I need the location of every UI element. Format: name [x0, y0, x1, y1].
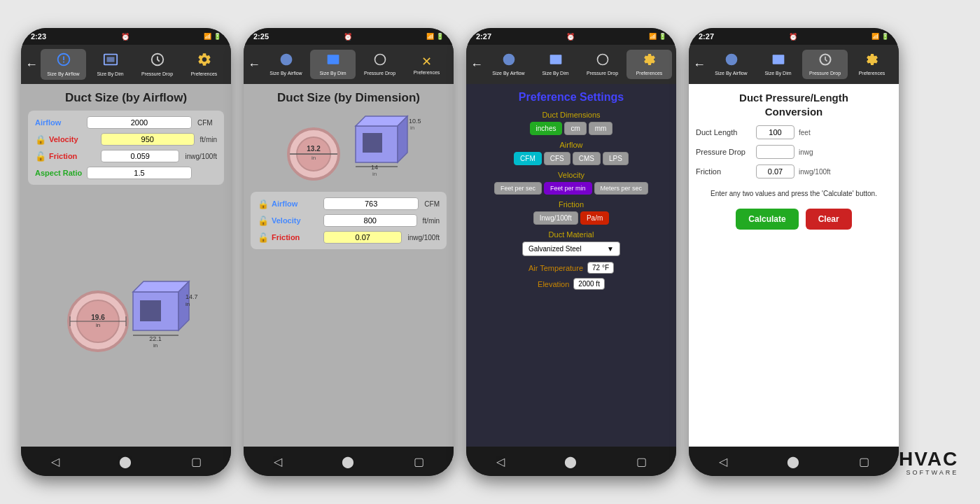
btn-inwg[interactable]: Inwg/100ft: [533, 211, 578, 225]
recent-btn-1[interactable]: ▢: [191, 455, 202, 468]
svg-text:in: in: [312, 155, 316, 161]
battery-icon-4: 🔋: [881, 33, 889, 40]
tab-airflow-1[interactable]: Size By Airflow: [41, 49, 86, 80]
dim-icon-4: [771, 52, 785, 70]
screen-title-2: Duct Size (by Dimension): [251, 91, 447, 105]
btn-pam[interactable]: Pa/m: [580, 211, 609, 225]
duct-material-value: Galvanized Steel: [528, 245, 582, 253]
back-arrow-3[interactable]: ←: [470, 57, 483, 72]
pref-airflow-btns: CFM CFS CMS LPS: [472, 152, 671, 165]
tab-airflow-4[interactable]: Size By Airflow: [708, 50, 754, 79]
home-btn-4[interactable]: ⬤: [787, 455, 799, 468]
pref-duct-dim-btns: inches cm mm: [472, 122, 671, 135]
tab-airflow-3[interactable]: Size By Airflow: [486, 50, 531, 79]
input-airflow-2[interactable]: [323, 197, 419, 210]
tab-label-pressure-1: Pressure Drop: [141, 71, 173, 77]
svg-text:in: in: [410, 125, 414, 131]
tab-pressure-4[interactable]: Pressure Drop: [802, 50, 848, 79]
tab-pref-1[interactable]: Preferences: [181, 49, 227, 80]
friction-input-4[interactable]: [756, 164, 794, 178]
press-btn-row-4: Calculate Clear: [696, 209, 892, 230]
tab-label-airflow-4: Size By Airflow: [715, 71, 747, 76]
recent-btn-4[interactable]: ▢: [859, 455, 869, 468]
svg-rect-1: [106, 57, 114, 62]
tab-pref-2[interactable]: ✕ Preferences: [404, 50, 449, 79]
input-aspect-1[interactable]: [87, 167, 192, 179]
recent-btn-3[interactable]: ▢: [636, 455, 647, 468]
btn-cfm[interactable]: CFM: [514, 152, 542, 165]
hvac-logo-sub: SOFTWARE: [906, 469, 959, 476]
svg-rect-29: [363, 133, 382, 153]
back-arrow-1[interactable]: ←: [25, 57, 38, 72]
tab-pressure-1[interactable]: Pressure Drop: [134, 49, 180, 80]
btn-lps[interactable]: LPS: [603, 152, 629, 165]
tab-label-pref-1: Preferences: [191, 71, 218, 77]
duct-material-dropdown[interactable]: Galvanized Steel ▼: [522, 241, 620, 256]
pressure-drop-input[interactable]: [756, 145, 794, 159]
input-row-1-2: 🔓 Friction inwg/100ft: [35, 150, 217, 162]
home-btn-2[interactable]: ⬤: [342, 455, 354, 468]
status-icons-2: 📶 🔋: [426, 33, 444, 40]
screen-4: Duct Pressure/LengthConversion Duct Leng…: [689, 84, 899, 447]
input-row-1-3: Aspect Ratio: [35, 167, 217, 179]
alarm-icon-2: ⏰: [344, 33, 352, 41]
input-velocity-1[interactable]: [101, 133, 195, 146]
back-btn-3[interactable]: ◁: [496, 455, 505, 468]
svg-point-20: [374, 55, 385, 65]
home-btn-3[interactable]: ⬤: [564, 455, 577, 468]
dim-icon-1: [103, 52, 118, 71]
tab-pressure-3[interactable]: Pressure Drop: [580, 50, 625, 79]
input-airflow-1[interactable]: [87, 116, 192, 129]
unit-airflow-2: CFM: [424, 200, 440, 208]
btn-mm[interactable]: mm: [589, 122, 613, 135]
status-time-1: 2:23: [31, 32, 46, 41]
app-navbar-3: ← Size By Airflow Size By Dim: [466, 45, 676, 84]
input-friction-2[interactable]: [323, 231, 402, 244]
input-row-2-1: 🔓 Velocity ft/min: [258, 214, 440, 227]
label-friction-1: Friction: [49, 152, 98, 160]
tab-label-pressure-2: Pressure Drop: [364, 71, 396, 76]
nav-tabs-4: Size By Airflow Size By Dim Pressure Dro…: [708, 50, 895, 79]
tab-airflow-2[interactable]: Size By Airflow: [263, 50, 309, 79]
home-btn-1[interactable]: ⬤: [119, 455, 132, 468]
back-arrow-2[interactable]: ←: [248, 57, 260, 72]
label-velocity-1: Velocity: [49, 135, 98, 144]
btn-cfs[interactable]: CFS: [544, 152, 570, 165]
back-btn-2[interactable]: ◁: [274, 455, 282, 468]
btn-cms[interactable]: CMS: [573, 152, 601, 165]
svg-rect-39: [772, 55, 784, 64]
lock-icon-2-1: 🔓: [258, 216, 269, 226]
btn-inches[interactable]: inches: [530, 122, 563, 135]
btn-fpm[interactable]: Feet per min: [544, 182, 592, 195]
screen-1: Duct Size (by Airflow) Airflow CFM 🔒 Vel…: [21, 84, 231, 447]
tab-label-dim-1: Size By Dim: [97, 71, 123, 77]
calculate-button-4[interactable]: Calculate: [736, 209, 798, 230]
btn-cm[interactable]: cm: [564, 122, 586, 135]
status-time-3: 2:27: [476, 32, 491, 41]
back-btn-1[interactable]: ◁: [51, 455, 59, 468]
tab-dim-4[interactable]: Size By Dim: [755, 50, 801, 79]
tab-pref-4[interactable]: Preferences: [849, 50, 895, 79]
svg-text:10.5: 10.5: [409, 118, 421, 125]
tab-pressure-2[interactable]: Pressure Drop: [357, 50, 402, 79]
back-btn-4[interactable]: ◁: [719, 455, 727, 468]
label-airflow-2: Airflow: [272, 200, 321, 208]
friction-unit-4: inwg/100ft: [799, 168, 831, 176]
recent-btn-2[interactable]: ▢: [414, 455, 424, 468]
btn-mps[interactable]: Meters per sec: [594, 182, 649, 195]
tab-dim-2[interactable]: Size By Dim: [310, 50, 356, 79]
tab-label-dim-2: Size By Dim: [319, 71, 346, 76]
btn-fps[interactable]: Feet per sec: [494, 182, 542, 195]
duct-length-input[interactable]: [756, 125, 794, 139]
pressure-drop-label: Pressure Drop: [696, 148, 752, 156]
back-arrow-4[interactable]: ←: [693, 57, 706, 72]
unit-airflow-1: CFM: [197, 119, 213, 127]
clear-button-4[interactable]: Clear: [806, 209, 852, 230]
pref-velocity-btns: Feet per sec Feet per min Meters per sec: [472, 182, 671, 195]
tab-label-pressure-4: Pressure Drop: [809, 71, 841, 76]
tab-dim-1[interactable]: Size By Dim: [88, 49, 133, 80]
input-friction-1[interactable]: [101, 150, 179, 162]
input-velocity-2[interactable]: [323, 214, 417, 227]
tab-pref-3[interactable]: Preferences: [626, 50, 672, 79]
tab-dim-3[interactable]: Size By Dim: [533, 50, 578, 79]
